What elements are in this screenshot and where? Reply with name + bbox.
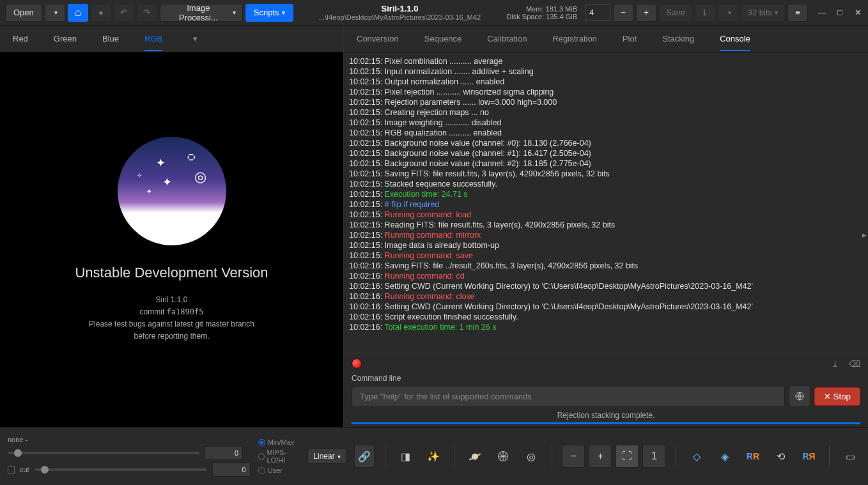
tab-dropdown-chevron[interactable]: ▾ xyxy=(193,34,198,43)
command-input[interactable] xyxy=(352,386,785,407)
cancel-icon: ✕ xyxy=(824,392,831,401)
main-toolbar: Open ● ↶ ↷ Image Processi... Scripts Sir… xyxy=(0,0,868,26)
welcome-title: Unstable Development Version xyxy=(75,265,268,281)
stop-script-button[interactable]: ✕Stop xyxy=(814,387,860,406)
undo-button[interactable]: ↶ xyxy=(114,4,134,22)
tab-sequence[interactable]: Sequence xyxy=(424,34,462,43)
close-button[interactable]: ✕ xyxy=(853,8,863,18)
bottom-toolbar: none - cut Min/Max MIPS-LO/HI User Linea… xyxy=(0,427,868,485)
rotate-tool[interactable]: ⟲ xyxy=(771,445,791,468)
working-directory-path: ...\f4eop\Desktop\MyAstroPictures\2023-0… xyxy=(296,13,504,21)
record-button[interactable]: ● xyxy=(91,4,111,22)
mips-label: MIPS-LO/HI xyxy=(267,449,300,464)
none-label: none - xyxy=(8,436,251,443)
zoom-in-tool[interactable]: + xyxy=(589,445,612,468)
command-section: ⤓ ⌫ Command line ✕Stop Rejection stackin… xyxy=(344,353,868,427)
low-slider[interactable] xyxy=(8,452,199,454)
preview-area: ✦ ဝ ✧ ✦ ◎ ✦ Unstable Development Version… xyxy=(0,52,343,427)
tab-console[interactable]: Console xyxy=(720,34,750,51)
mirror-y-tool[interactable]: ◈ xyxy=(715,445,735,468)
camera-icon xyxy=(725,8,725,17)
tab-conversion[interactable]: Conversion xyxy=(357,34,399,43)
mirror-x-tool[interactable]: ◇ xyxy=(686,445,707,468)
tab-blue[interactable]: Blue xyxy=(102,34,119,43)
export-log-icon[interactable]: ⤓ xyxy=(832,359,839,369)
status-message: Rejection stacking complete. xyxy=(352,411,860,420)
open-button[interactable]: Open xyxy=(5,4,42,22)
globe-grid-icon xyxy=(497,450,509,463)
rotate-r-tool[interactable]: RR xyxy=(743,445,763,468)
radio-mips[interactable] xyxy=(258,453,265,460)
astrometry-button[interactable]: 🪐 xyxy=(465,445,485,468)
radio-minmax[interactable] xyxy=(258,439,265,446)
disk-space-label: Disk Space: 135.4 GiB xyxy=(506,13,577,20)
user-label: User xyxy=(268,466,283,474)
scripts-dropdown[interactable]: Scripts xyxy=(245,4,293,22)
divider xyxy=(552,446,552,466)
divider xyxy=(454,446,454,466)
radio-user[interactable] xyxy=(258,467,265,474)
tab-rgb[interactable]: RGB xyxy=(144,34,162,51)
language-button[interactable] xyxy=(789,385,810,407)
display-mode-radios: Min/Max MIPS-LO/HI User xyxy=(258,438,300,474)
save-button[interactable]: Save xyxy=(659,4,692,22)
zoom-value-input[interactable] xyxy=(585,4,610,21)
svg-rect-0 xyxy=(725,12,725,13)
invert-button[interactable]: ◨ xyxy=(396,445,416,468)
zoom-fit-tool[interactable]: ⛶ xyxy=(616,445,639,468)
cut-checkbox[interactable] xyxy=(8,466,15,473)
rotate-rr-tool[interactable]: RЯ xyxy=(799,445,819,468)
bit-depth-dropdown[interactable]: 32 bits xyxy=(741,4,785,22)
star-detection-button[interactable]: ✨ xyxy=(423,445,444,468)
minmax-label: Min/Max xyxy=(268,438,295,446)
tab-plot[interactable]: Plot xyxy=(623,34,637,43)
expand-panel-chevron[interactable]: ▸ xyxy=(862,230,867,240)
tab-calibration[interactable]: Calibration xyxy=(487,34,527,43)
high-value-input[interactable] xyxy=(212,463,251,477)
memory-label: Mem: 181.3 MiB xyxy=(506,5,577,13)
clear-log-icon[interactable]: ⌫ xyxy=(849,359,860,369)
tab-stacking[interactable]: Stacking xyxy=(662,34,694,43)
high-slider[interactable] xyxy=(35,468,207,471)
image-processing-dropdown[interactable]: Image Processi... xyxy=(160,4,243,22)
redo-button[interactable]: ↷ xyxy=(137,4,157,22)
chain-link-button[interactable]: 🔗 xyxy=(354,445,375,468)
tab-green[interactable]: Green xyxy=(54,34,77,43)
welcome-line-3: Please test bugs against latest git mast… xyxy=(89,318,254,330)
open-recent-dropdown[interactable] xyxy=(45,4,65,22)
globe-icon xyxy=(794,391,805,401)
tab-registration[interactable]: Registration xyxy=(552,34,596,43)
window-controls: — □ ✕ xyxy=(817,8,863,18)
script-running-indicator xyxy=(352,358,362,369)
export-button[interactable]: ⤓ xyxy=(695,4,715,22)
zoom-in-button[interactable]: + xyxy=(636,4,656,22)
maximize-button[interactable]: □ xyxy=(835,8,845,18)
system-info: Mem: 181.3 MiB Disk Space: 135.4 GiB xyxy=(506,5,577,20)
home-button[interactable] xyxy=(68,4,88,22)
progress-bar xyxy=(352,422,860,424)
target-button[interactable]: ◎ xyxy=(521,445,541,468)
main-area: Red Green Blue RGB ▾ ✦ ဝ ✧ ✦ ◎ ✦ Unstabl… xyxy=(0,26,868,427)
wcs-grid-button[interactable] xyxy=(493,445,513,468)
window-title-block: Siril-1.1.0 ...\f4eop\Desktop\MyAstroPic… xyxy=(296,4,504,21)
preview-panel: Red Green Blue RGB ▾ ✦ ဝ ✧ ✦ ◎ ✦ Unstabl… xyxy=(0,26,344,427)
layers-tool[interactable]: ▭ xyxy=(840,445,860,468)
right-panel-tabs: Conversion Sequence Calibration Registra… xyxy=(344,26,868,52)
siril-logo: ✦ ဝ ✧ ✦ ◎ ✦ xyxy=(118,137,226,245)
display-range-section: none - cut xyxy=(8,436,251,477)
right-panel: Conversion Sequence Calibration Registra… xyxy=(344,26,868,427)
hamburger-menu-button[interactable]: ≡ xyxy=(787,4,808,22)
welcome-line-4: before reporting them. xyxy=(89,330,254,343)
stretch-mode-dropdown[interactable]: Linear xyxy=(307,449,346,464)
zoom-out-tool[interactable]: − xyxy=(562,445,585,468)
app-title: Siril-1.1.0 xyxy=(296,4,504,13)
console-output[interactable]: 10:02:15: Pixel combination .......... a… xyxy=(344,52,868,353)
divider xyxy=(676,446,676,466)
low-value-input[interactable] xyxy=(205,446,243,460)
cut-label: cut xyxy=(20,466,29,473)
minimize-button[interactable]: — xyxy=(817,8,827,18)
snapshot-button[interactable] xyxy=(718,4,738,22)
tab-red[interactable]: Red xyxy=(13,34,28,43)
zoom-out-button[interactable]: − xyxy=(613,4,633,22)
zoom-one-tool[interactable]: 1 xyxy=(642,445,665,468)
